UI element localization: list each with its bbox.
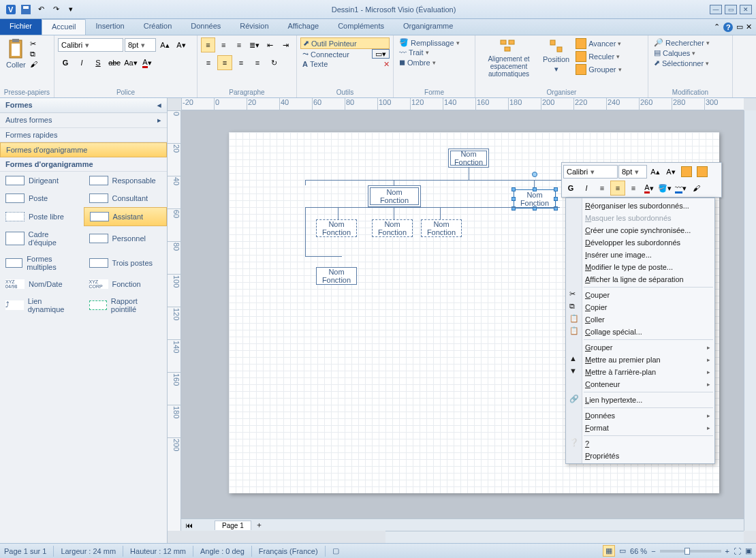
select-button[interactable]: ⬈Sélectionner▾ <box>652 58 729 68</box>
pointer-tool-button[interactable]: ⬈Outil Pointeur <box>300 37 390 49</box>
italic-button[interactable]: I <box>74 55 89 70</box>
tab-file[interactable]: Fichier <box>0 19 42 35</box>
shape-personnel[interactable]: Personnel <box>84 226 168 251</box>
window-restore-icon[interactable]: ▭ <box>736 22 743 31</box>
bullets-button[interactable]: ≣▾ <box>247 37 262 52</box>
shape-lien-dynamique[interactable]: ⤴Lien dynamique <box>0 293 84 317</box>
maximize-button[interactable]: ▭ <box>725 5 737 14</box>
ctx-item[interactable]: Réorganiser les subordonnés... <box>566 200 714 212</box>
line-button[interactable]: 〰Trait▾ <box>397 48 471 57</box>
redo-icon[interactable]: ↷ <box>49 3 63 16</box>
fill-button[interactable]: 🪣Remplissage▾ <box>397 37 471 48</box>
resize-handle-e[interactable] <box>554 197 558 201</box>
paste-button[interactable]: Coller <box>3 37 29 70</box>
tab-organigramme[interactable]: Organigramme <box>394 19 462 35</box>
ctx-item[interactable]: Propriétés <box>566 450 714 462</box>
font-size-combo[interactable]: 8pt▾ <box>125 38 156 52</box>
ctx-item[interactable]: Données▸ <box>566 409 714 422</box>
save-icon[interactable] <box>19 3 33 16</box>
ctx-item[interactable]: ❔? <box>566 437 714 450</box>
connector-tool-button[interactable]: ⤳Connecteur <box>300 49 351 59</box>
collapse-pane-icon[interactable]: ◂ <box>157 101 161 110</box>
align-middle-button[interactable]: ≡ <box>217 37 231 52</box>
shape-poste[interactable]: Poste <box>0 189 84 207</box>
tab-affichage[interactable]: Affichage <box>279 19 329 35</box>
ctx-item[interactable]: ▼Mettre à l'arrière-plan▸ <box>566 366 714 378</box>
ctx-item[interactable]: 📋Coller <box>566 313 714 326</box>
group-button[interactable]: Grouper▾ <box>573 63 623 76</box>
tab-accueil[interactable]: Accueil <box>42 19 86 35</box>
scrollbar-horizontal[interactable] <box>385 531 744 543</box>
ctx-item[interactable]: 📋Collage spécial... <box>566 326 714 338</box>
mini-align-right-button[interactable]: ≡ <box>626 181 641 196</box>
org-node-sub3[interactable]: NomFonction <box>421 219 462 237</box>
indent-inc-button[interactable]: ⇥ <box>279 37 293 52</box>
mini-styles-icon[interactable] <box>679 164 694 179</box>
view-mode-icon-1[interactable]: ▦ <box>603 545 615 557</box>
align-bottom-button[interactable]: ≡ <box>232 37 247 52</box>
shape-assistant[interactable]: Assistant <box>84 207 168 226</box>
cut-icon[interactable]: ✂ <box>30 40 37 48</box>
page-nav-first-icon[interactable]: ⏮ <box>181 521 197 529</box>
find-button[interactable]: 🔎Rechercher▾ <box>652 37 729 48</box>
ctx-item[interactable]: Insérer une image... <box>566 249 714 261</box>
mini-font-combo[interactable]: Calibri▾ <box>563 165 618 179</box>
bold-button[interactable]: G <box>58 55 73 70</box>
tab-insertion[interactable]: Insertion <box>86 19 133 35</box>
ctx-item[interactable]: ✂Couper <box>566 289 714 301</box>
org-node-sub2[interactable]: NomFonction <box>372 219 413 237</box>
org-node-selected[interactable]: NomFonction <box>514 189 556 208</box>
indent-dec-button[interactable]: ⇤ <box>263 37 277 52</box>
tab-creation[interactable]: Création <box>134 19 182 35</box>
macro-record-icon[interactable]: ▢ <box>332 546 339 555</box>
align-top-button[interactable]: ≡ <box>201 37 215 52</box>
quick-shapes-drawer[interactable]: Formes rapides <box>0 128 167 142</box>
copy-icon[interactable]: ⧉ <box>30 50 37 59</box>
zoom-in-button[interactable]: + <box>725 547 729 555</box>
page-tab-1[interactable]: Page 1 <box>215 521 251 530</box>
new-page-icon[interactable]: ＋ <box>251 520 267 530</box>
shape-consultant[interactable]: Consultant <box>84 189 168 207</box>
mini-shrink-font-icon[interactable]: A▾ <box>663 164 678 179</box>
shape-formes-multiples[interactable]: Formes multiples <box>0 251 84 275</box>
align-center-button[interactable]: ≡ <box>217 55 232 70</box>
status-language[interactable]: Français (France) <box>259 547 318 555</box>
scrollbar-vertical[interactable] <box>744 110 756 531</box>
help-icon[interactable]: ? <box>723 22 734 33</box>
auto-align-button[interactable]: Alignement et espacement automatiques <box>479 37 539 79</box>
ctx-item[interactable]: Format▸ <box>566 422 714 434</box>
tab-complements[interactable]: Compléments <box>328 19 394 35</box>
layers-button[interactable]: ▤Calques▾ <box>652 48 729 58</box>
tab-revision[interactable]: Révision <box>230 19 278 35</box>
ctx-item[interactable]: Grouper▸ <box>566 341 714 354</box>
ctx-item[interactable]: Conteneur▸ <box>566 378 714 390</box>
ctx-item[interactable]: ⧉Copier <box>566 301 714 313</box>
font-color-button[interactable]: A▾ <box>140 55 155 70</box>
ribbon-minimize-icon[interactable]: ⌃ <box>714 22 720 31</box>
org-node-top[interactable]: NomFonction <box>448 149 489 168</box>
format-painter-icon[interactable]: 🖌 <box>30 60 37 68</box>
rotate-handle[interactable] <box>532 172 537 177</box>
ctx-item[interactable]: ▲Mettre au premier plan▸ <box>566 354 714 366</box>
font-name-combo[interactable]: Calibri▾ <box>58 38 123 52</box>
resize-handle-n[interactable] <box>533 187 537 191</box>
mini-font-color-button[interactable]: A▾ <box>642 181 657 196</box>
ctx-item[interactable]: Créer une copie synchronisée... <box>566 224 714 236</box>
fit-page-icon[interactable]: ⛶ <box>734 547 741 555</box>
mini-connect-icon[interactable] <box>695 164 710 179</box>
qat-dropdown-icon[interactable]: ▾ <box>64 3 78 16</box>
shape-fonction[interactable]: XYZCORPFonction <box>84 275 168 293</box>
shape-nom-date[interactable]: XYZ04/98Nom/Date <box>0 275 84 293</box>
org-node-bottom[interactable]: NomFonction <box>316 267 357 285</box>
zoom-slider[interactable] <box>660 550 721 553</box>
shape-dirigeant[interactable]: Dirigeant <box>0 172 84 189</box>
visio-icon[interactable]: V <box>4 3 18 16</box>
shrink-font-icon[interactable]: A▾ <box>174 37 189 52</box>
mini-line-button[interactable]: 〰▾ <box>673 181 688 196</box>
org-node-sub1[interactable]: NomFonction <box>316 219 357 237</box>
ctx-item[interactable]: Afficher la ligne de séparation <box>566 273 714 285</box>
orgchart-shapes-drawer[interactable]: Formes d'organigramme <box>0 142 167 157</box>
resize-handle-ne[interactable] <box>554 187 558 191</box>
view-mode-icon-2[interactable]: ▭ <box>619 546 626 555</box>
minimize-button[interactable]: — <box>710 5 722 14</box>
